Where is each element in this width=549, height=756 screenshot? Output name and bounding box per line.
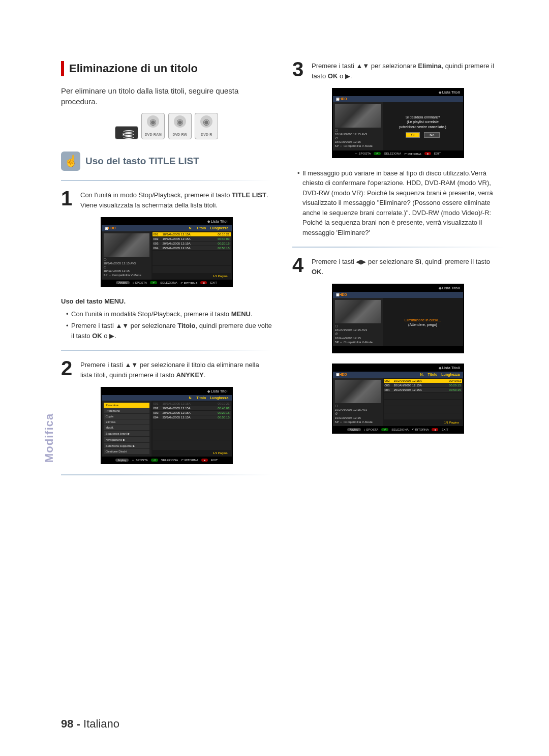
step-num-3: 3 [292, 61, 308, 81]
thumbnail-icon [335, 300, 381, 323]
tv2-list: 00118/JAN/2005 12:15A00:10:2100219/JAN/2… [151, 401, 232, 457]
divider [61, 474, 272, 475]
tv4-dialog: Eliminazione in corso... (Attendere, pre… [383, 298, 463, 346]
thumbnail-icon [335, 380, 381, 403]
table-row[interactable]: 00320/JAN/2005 12:15A00:20:15 [152, 411, 231, 415]
context-menu-item[interactable]: Seleziona supporto ▶ [104, 443, 149, 448]
table-row[interactable]: 00425/JAN/2005 12:15A00:50:15 [152, 246, 231, 250]
disc-dvdr-icon: ◉DVD-R [195, 113, 218, 139]
dialog-line1: Si desidera elminare? [399, 115, 446, 119]
hdd-icon: ▣ [336, 293, 340, 297]
context-menu-item[interactable]: Rinomina [104, 403, 149, 408]
intro-text: Per eliminare un titolo dalla lista tito… [61, 85, 272, 107]
tv5-left: ▢ 19/JAN/2005 12:15 AV3 ⏱ 19/Gen/2005 12… [333, 378, 383, 426]
note-list: Il messaggio può variare in base al tipo… [292, 168, 503, 238]
tv1-footer: Anykey ↕ SPOSTA ⏎SELEZIONA ↶ RITORNA ■EX… [102, 280, 232, 286]
left-column: Eliminazione di un titolo Per eliminare … [61, 61, 272, 485]
context-menu-item[interactable]: Copia [104, 414, 149, 419]
tv3-footer: ↔ SPOSTA ⏎SELEZIONA ↶ RITORNA ■EXIT [333, 150, 463, 157]
step-2-body: Premere i tasti ▲▼ per selezionare il ti… [80, 360, 272, 380]
hdd-icon: ▣ [105, 226, 108, 230]
tv3-dialog: Si desidera elminare? (Le playlist corre… [383, 102, 463, 150]
disc-icons: HDD ◉DVD-RAM ◉DVD-RW ◉DVD-R [61, 113, 272, 139]
step-4-body: Premere i tasti ◀▶ per selezionare Sì, q… [312, 257, 503, 277]
section-title-row: Eliminazione di un titolo [61, 61, 272, 76]
step-4: 4 Premere i tasti ◀▶ per selezionare Sì,… [292, 257, 503, 277]
step-1: 1 Con l'unità in modo Stop/Playback, pre… [61, 190, 272, 210]
section-title: Eliminazione di un titolo [69, 62, 198, 75]
tv-screenshot-5: Lista Titoli ▣HDD N. Titolo Lunghezza ▢ … [332, 364, 464, 434]
tv1-page: 1/1 Pagina [152, 274, 231, 279]
tv2-page: 1/1 Pagina [152, 450, 231, 456]
tv2-header: Lista Titoli [102, 388, 232, 395]
tv2-footer: Anykey ↔ SPOSTA ⏎SELEZIONA ↶ RITORNA ■EX… [102, 457, 232, 463]
tv1-header: Lista Titoli [102, 218, 232, 225]
hdd-icon: ▣ [336, 373, 340, 377]
side-tab: Modifica [43, 413, 56, 463]
yes-button[interactable]: Sì [406, 132, 420, 138]
anykey-pill: Anykey [115, 459, 129, 462]
context-menu-item[interactable]: Modif. [104, 425, 149, 430]
table-row[interactable]: 00320/JAN/2005 12:15A00:20:15 [152, 241, 231, 246]
progress-line1: Eliminazione in corso... [405, 318, 441, 322]
tv5-page: 1/1 Pagina [384, 420, 462, 425]
context-menu-item[interactable]: Navigazione ▶ [104, 437, 149, 442]
note-text: Il messaggio può variare in base al tipo… [297, 168, 503, 238]
tv-screenshot-1: Lista Titoli ▣ HDD N. Titolo Lunghezza ▢… [101, 217, 233, 287]
table-row[interactable]: 00219/JAN/2005 12:15A00:40:03 [384, 379, 462, 383]
bullet-2: Premere i tasti ▲▼ per selezionare Titol… [66, 321, 272, 341]
step-3-body: Premere i tasti ▲▼ per selezionare Elimi… [312, 61, 503, 81]
divider [292, 247, 503, 248]
tv3-header: Lista Titoli [333, 89, 463, 96]
hdd-icon: ▣ [336, 97, 340, 101]
tv-screenshot-4: Lista Titoli ▣HDD ▢ 18/JAN/2005 12:15 AV… [332, 284, 464, 353]
step-num-2: 2 [61, 360, 76, 380]
page-number: 98 - [61, 717, 80, 730]
divider [61, 180, 272, 181]
thumbnail-icon [104, 233, 149, 257]
tv-screenshot-3: Lista Titoli ▣HDD ▢ 18/JAN/2005 12:15 AV… [332, 88, 464, 158]
context-menu-item[interactable]: Elimina [104, 419, 149, 425]
hand-icon: ☝ [61, 152, 80, 171]
step-1-body: Con l'unità in modo Stop/Playback, preme… [80, 190, 272, 210]
tv-screenshot-2: Lista Titoli N. Titolo Lunghezza Rinomin… [101, 387, 233, 464]
bullet-1: Con l'unità in modalità Stop/Playback, p… [66, 309, 272, 319]
up-down-arrows-icon: ▲▼ [115, 322, 129, 329]
tv1-info1: 18/JAN/2005 12:15 AV3 [104, 262, 149, 266]
step-3: 3 Premere i tasti ▲▼ per selezionare Eli… [292, 61, 503, 81]
divider [61, 350, 272, 351]
context-menu-item[interactable]: Protezione [104, 408, 149, 413]
right-arrow-icon: ▶ [109, 332, 114, 340]
content-columns: Eliminazione di un titolo Per eliminare … [61, 61, 503, 485]
tv1-info2: 18/Gen/2005 12:15 [104, 269, 149, 274]
left-right-arrows-icon: ◀▶ [356, 258, 366, 265]
table-row[interactable]: 00219/JAN/2005 12:15A00:40:03 [152, 237, 231, 241]
context-menu-item[interactable]: Sequenza brani ▶ [104, 431, 149, 436]
table-row[interactable]: 00425/JAN/2005 12:15A00:50:15 [384, 388, 462, 392]
step-2: 2 Premere i tasti ▲▼ per selezionare il … [61, 360, 272, 380]
tv1-list: 00118/JAN/2005 12:15A00:10:2100219/JAN/2… [151, 231, 232, 280]
disc-hdd-icon: HDD [115, 126, 138, 139]
context-menu-item[interactable]: Gestione Dischi [104, 449, 149, 454]
step-num-4: 4 [292, 257, 308, 277]
up-down-arrows-icon: ▲▼ [125, 361, 138, 369]
anykey-pill: Anykey [347, 428, 360, 431]
tv1-bar: ▣ HDD N. Titolo Lunghezza [102, 225, 232, 231]
dialog-line2: (Le playlist correlate [399, 119, 446, 124]
no-button[interactable]: No [424, 132, 440, 138]
tv2-bar: N. Titolo Lunghezza [102, 395, 232, 401]
tv4-footer [333, 346, 463, 352]
table-row[interactable]: 00320/JAN/2005 12:15A00:20:15 [384, 383, 462, 387]
table-row[interactable]: 00219/JAN/2005 12:15A00:40:03 [152, 406, 231, 410]
table-row[interactable]: 00118/JAN/2005 12:15A00:10:21 [152, 232, 231, 236]
thumbnail-icon [335, 104, 381, 128]
disc-dvdrw-icon: ◉DVD-RW [168, 113, 192, 139]
tv5-footer: Anykey ↕ SPOSTA ⏎SELEZIONA ↶ RITORNA ■EX… [333, 426, 463, 433]
tv1-info3: SP ↔ Compatibilità V-Mode [104, 274, 149, 278]
table-row[interactable]: 00118/JAN/2005 12:15A00:10:21 [152, 402, 231, 406]
anykey-pill: Anykey [116, 281, 129, 284]
right-column: 3 Premere i tasti ▲▼ per selezionare Eli… [292, 61, 503, 485]
subheading-row: ☝ Uso del tasto TITLE LIST [61, 152, 272, 171]
tv3-left: ▢ 18/JAN/2005 12:15 AV3 ⏱ 18/Gen/2005 12… [333, 102, 383, 150]
table-row[interactable]: 00425/JAN/2005 12:15A00:50:15 [152, 415, 231, 419]
